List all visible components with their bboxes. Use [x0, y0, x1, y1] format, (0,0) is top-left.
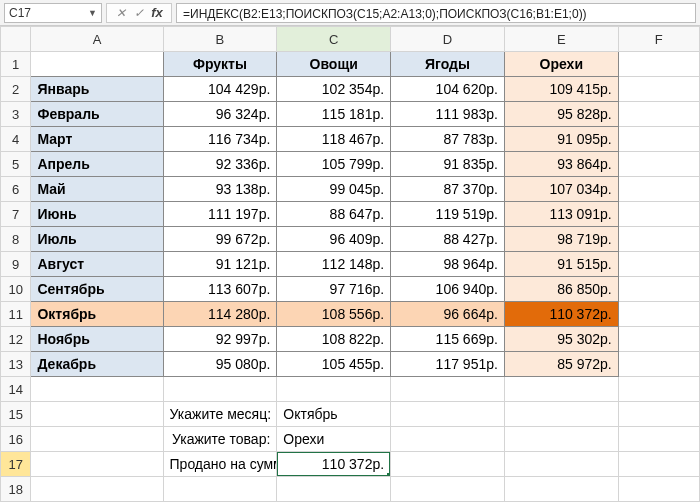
row-header[interactable]: 11: [1, 302, 31, 327]
cell-month[interactable]: Август: [31, 252, 163, 277]
cell[interactable]: 91 835р.: [391, 152, 505, 177]
cell[interactable]: [618, 152, 699, 177]
cell[interactable]: 114 280р.: [163, 302, 277, 327]
cell[interactable]: 105 799р.: [277, 152, 391, 177]
cell[interactable]: [618, 77, 699, 102]
row-header[interactable]: 8: [1, 227, 31, 252]
cell[interactable]: [618, 352, 699, 377]
row-header[interactable]: 10: [1, 277, 31, 302]
formula-input[interactable]: =ИНДЕКС(B2:E13;ПОИСКПОЗ(C15;A2:A13;0);ПО…: [176, 3, 696, 23]
cell[interactable]: Фрукты: [163, 52, 277, 77]
cell[interactable]: 88 647р.: [277, 202, 391, 227]
cell[interactable]: 98 964р.: [391, 252, 505, 277]
cell[interactable]: 91 121р.: [163, 252, 277, 277]
cell-month[interactable]: Февраль: [31, 102, 163, 127]
cell[interactable]: [163, 477, 277, 502]
row-header[interactable]: 15: [1, 402, 31, 427]
cell[interactable]: 113 607р.: [163, 277, 277, 302]
cell[interactable]: 105 455р.: [277, 352, 391, 377]
cell[interactable]: 113 091р.: [504, 202, 618, 227]
cell[interactable]: [504, 477, 618, 502]
cell[interactable]: 111 197р.: [163, 202, 277, 227]
cell[interactable]: 116 734р.: [163, 127, 277, 152]
col-header-C[interactable]: C: [277, 27, 391, 52]
cell[interactable]: 118 467р.: [277, 127, 391, 152]
cell[interactable]: 96 409р.: [277, 227, 391, 252]
cell[interactable]: [618, 127, 699, 152]
cell[interactable]: 85 972р.: [504, 352, 618, 377]
cancel-icon[interactable]: ✕: [113, 6, 129, 20]
row-header[interactable]: 17: [1, 452, 31, 477]
cell[interactable]: [618, 177, 699, 202]
cell[interactable]: [504, 452, 618, 477]
name-box[interactable]: C17 ▼: [4, 3, 102, 23]
cell[interactable]: 96 324р.: [163, 102, 277, 127]
cell[interactable]: 96 664р.: [391, 302, 505, 327]
cell[interactable]: 117 951р.: [391, 352, 505, 377]
cell[interactable]: 95 302р.: [504, 327, 618, 352]
cell-month[interactable]: Май: [31, 177, 163, 202]
cell[interactable]: 115 181р.: [277, 102, 391, 127]
enter-icon[interactable]: ✓: [131, 6, 147, 20]
cell-month[interactable]: Январь: [31, 77, 163, 102]
cell[interactable]: [504, 427, 618, 452]
cell[interactable]: 87 370р.: [391, 177, 505, 202]
sum-value[interactable]: 110 372р.: [277, 452, 391, 477]
cell[interactable]: 99 672р.: [163, 227, 277, 252]
cell[interactable]: 93 138р.: [163, 177, 277, 202]
cell[interactable]: 87 783р.: [391, 127, 505, 152]
row-header[interactable]: 12: [1, 327, 31, 352]
row-header[interactable]: 2: [1, 77, 31, 102]
cell[interactable]: 112 148р.: [277, 252, 391, 277]
cell[interactable]: [618, 227, 699, 252]
row-header[interactable]: 4: [1, 127, 31, 152]
row-header[interactable]: 9: [1, 252, 31, 277]
cell[interactable]: [391, 452, 505, 477]
cell[interactable]: 92 336р.: [163, 152, 277, 177]
cell[interactable]: 98 719р.: [504, 227, 618, 252]
row-header[interactable]: 3: [1, 102, 31, 127]
product-value[interactable]: Орехи: [277, 427, 391, 452]
cell[interactable]: [31, 452, 163, 477]
col-header-B[interactable]: B: [163, 27, 277, 52]
cell[interactable]: [277, 477, 391, 502]
chevron-down-icon[interactable]: ▼: [84, 8, 97, 18]
month-label[interactable]: Укажите месяц:: [163, 402, 277, 427]
cell-month[interactable]: Октябрь: [31, 302, 163, 327]
row-header[interactable]: 7: [1, 202, 31, 227]
cell[interactable]: [391, 427, 505, 452]
cell[interactable]: 111 983р.: [391, 102, 505, 127]
cell[interactable]: 115 669р.: [391, 327, 505, 352]
cell[interactable]: 97 716р.: [277, 277, 391, 302]
cell[interactable]: [618, 252, 699, 277]
cell-month[interactable]: Декабрь: [31, 352, 163, 377]
cell[interactable]: [618, 377, 699, 402]
cell-month[interactable]: Июль: [31, 227, 163, 252]
cell[interactable]: [391, 477, 505, 502]
cell[interactable]: 104 429р.: [163, 77, 277, 102]
cell[interactable]: [31, 427, 163, 452]
cell[interactable]: [31, 477, 163, 502]
corner-cell[interactable]: [1, 27, 31, 52]
cell[interactable]: 102 354р.: [277, 77, 391, 102]
row-header[interactable]: 14: [1, 377, 31, 402]
cell[interactable]: [618, 202, 699, 227]
cell[interactable]: 107 034р.: [504, 177, 618, 202]
cell[interactable]: [618, 427, 699, 452]
row-header[interactable]: 13: [1, 352, 31, 377]
cell-month[interactable]: Март: [31, 127, 163, 152]
cell[interactable]: 86 850р.: [504, 277, 618, 302]
cell[interactable]: [277, 377, 391, 402]
month-value[interactable]: Октябрь: [277, 402, 391, 427]
cell[interactable]: [618, 477, 699, 502]
cell[interactable]: [618, 277, 699, 302]
cell[interactable]: Орехи: [504, 52, 618, 77]
cell[interactable]: 106 940р.: [391, 277, 505, 302]
cell[interactable]: [618, 102, 699, 127]
col-header-A[interactable]: A: [31, 27, 163, 52]
fx-icon[interactable]: fx: [149, 5, 165, 20]
row-header[interactable]: 16: [1, 427, 31, 452]
cell[interactable]: 92 997р.: [163, 327, 277, 352]
cell[interactable]: [31, 377, 163, 402]
cell[interactable]: [163, 377, 277, 402]
